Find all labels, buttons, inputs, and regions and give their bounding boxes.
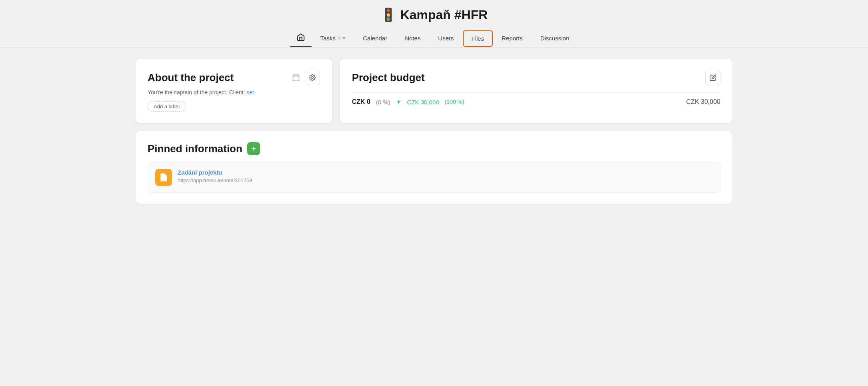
pinned-item-title[interactable]: Zadání projektu [178,169,222,176]
nav-reports[interactable]: Reports [493,30,532,47]
reports-label: Reports [502,35,523,42]
budget-total-value: CZK 30,000 [686,98,720,105]
nav-discussion[interactable]: Discussion [532,30,578,47]
pinned-item-icon [155,169,172,186]
about-description: You're the captain of the project. Clien… [148,89,320,96]
tasks-label: Tasks [320,35,336,42]
home-icon [296,33,305,42]
chevron-down-icon: ▾ [343,35,345,41]
budget-title: Project budget [352,72,425,84]
budget-card-header: Project budget [352,70,720,85]
project-title-text: Kampaň #HFR [400,8,488,22]
files-label: Files [472,35,484,42]
pinned-title: Pinned information [148,143,242,155]
add-label-button[interactable]: Add a label [148,101,186,112]
svg-rect-0 [293,75,299,81]
page-header: 🚦 Kampaň #HFR Tasks ≡ ▾ Calendar Notes U… [0,0,868,48]
top-row: About the project Yo [136,59,732,123]
discussion-label: Discussion [540,35,570,42]
budget-edit-button[interactable] [705,70,720,85]
pinned-header: Pinned information + [148,142,720,155]
main-content: About the project Yo [126,48,742,215]
nav-tasks[interactable]: Tasks ≡ ▾ [312,30,354,47]
about-card-title: About the project [148,72,287,84]
users-label: Users [438,35,454,42]
pinned-item: Zadání projektu https://app.freelo.io/no… [148,162,720,193]
budget-card: Project budget CZK 0 (0 %) ▼ CZK 30,000 … [340,59,732,123]
about-card-header: About the project [148,70,320,85]
add-label-text: Add a label [154,103,180,109]
budget-total-pct: (100 %) [445,99,464,105]
nav-calendar[interactable]: Calendar [354,30,396,47]
budget-row: CZK 0 (0 %) ▼ CZK 30,000 (100 %) CZK 30,… [352,92,720,105]
nav-users[interactable]: Users [429,30,462,47]
add-pin-button[interactable]: + [247,142,260,155]
pencil-icon [710,74,716,81]
main-nav: Tasks ≡ ▾ Calendar Notes Users Files Rep… [0,30,868,48]
gear-icon [309,74,316,81]
nav-home[interactable] [290,30,312,47]
budget-arrow-icon: ▼ [396,99,402,105]
budget-spent-pct: (0 %) [376,99,390,105]
calendar-label: Calendar [363,35,387,42]
list-icon: ≡ [338,35,341,41]
page-title: 🚦 Kampaň #HFR [0,7,868,22]
client-set-link[interactable]: set [246,89,254,96]
notes-label: Notes [405,35,420,42]
budget-spent-amount: CZK 0 [352,98,370,105]
about-settings-button[interactable] [305,70,320,85]
budget-total-label: CZK 30,000 [407,99,439,105]
nav-notes[interactable]: Notes [396,30,429,47]
pinned-section: Pinned information + Zadání projektu htt… [136,131,732,204]
pinned-item-content: Zadání projektu https://app.freelo.io/no… [178,169,252,183]
about-calendar-icon[interactable] [292,74,300,82]
traffic-light-icon: 🚦 [380,7,396,22]
pinned-item-url: https://app.freelo.io/note/351759 [178,177,252,183]
nav-files[interactable]: Files [463,30,493,47]
svg-point-4 [311,77,313,79]
about-project-card: About the project Yo [136,59,332,123]
document-icon [159,173,168,182]
add-pin-icon: + [251,145,256,153]
